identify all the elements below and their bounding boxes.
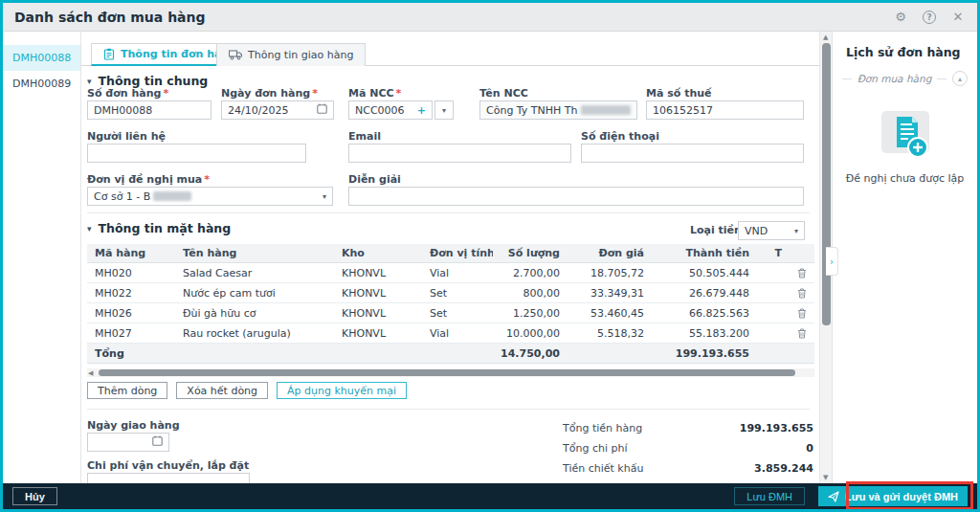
col-header-actions [790,244,814,263]
sidebar-item-dmh00088[interactable]: DMH00088 [3,45,80,71]
save-and-send-button[interactable]: Lưu và gửi duyệt ĐMH [818,486,968,506]
truck-icon [229,50,242,60]
collapse-caret-icon: ▾ [87,224,92,234]
calendar-icon[interactable] [152,435,163,449]
delete-row-icon[interactable] [790,323,814,344]
delete-row-icon[interactable] [790,263,814,283]
currency-select[interactable]: VND▾ [738,221,805,240]
tax-code-input[interactable]: 106152517 [646,100,804,120]
sidebar-item-dmh00089[interactable]: DMH00089 [3,71,80,97]
order-list-sidebar: DMH00088 DMH00089 [3,32,81,483]
table-row[interactable]: MH027 Rau rocket (arugula) KHONVL Vial 1… [87,323,814,344]
item-price: 18.705,72 [568,263,652,283]
redacted-text [153,191,191,201]
supplier-code-input[interactable]: NCC0006+ [348,100,433,120]
chevron-right-icon: › [830,256,834,267]
item-amount: 66.825.563 [652,303,757,323]
cancel-button[interactable]: Hủy [12,487,57,505]
apply-promo-button[interactable]: Áp dụng khuyến mại [277,382,407,399]
supplier-name-input[interactable]: Công Ty TNHH Th [479,100,637,120]
general-section-header[interactable]: ▾ Thông tin chung [87,74,208,88]
item-unit: Set [422,283,493,303]
col-header[interactable]: Mã hàng [87,244,175,263]
collapse-up-icon[interactable]: ▴ [952,71,968,86]
scroll-down-icon[interactable]: ▼ [823,474,828,481]
scroll-up-icon[interactable]: ▲ [823,33,828,41]
summary-label: Tiền chiết khấu [563,462,643,475]
required-asterisk: * [312,87,318,100]
items-section-title: Thông tin mặt hàng [99,221,232,235]
horizontal-scrollbar[interactable]: ◀ [87,368,814,377]
contact-input[interactable] [87,144,306,163]
table-row[interactable]: MH026 Đùi gà hữu cơ KHONVL Set 1.250,00 … [87,303,814,323]
item-warehouse: KHONVL [334,323,422,344]
save-button[interactable]: Lưu ĐMH [734,487,805,505]
footer-bar: Hủy Lưu ĐMH Lưu và gửi duyệt ĐMH [3,483,977,509]
add-row-button[interactable]: Thêm dòng [87,382,167,399]
items-table: Mã hàng Tên hàng Kho Đơn vị tính Số lượn… [87,244,814,364]
currency-label: Loại tiền [690,224,742,236]
item-name: Nước ép cam tươi [175,283,334,303]
close-icon[interactable]: ✕ [950,10,966,25]
vertical-scrollbar-thumb[interactable] [822,43,831,325]
order-date-label: Ngày đơn hàng* [221,87,318,100]
item-amount: 26.679.448 [652,283,757,303]
item-warehouse: KHONVL [334,283,422,303]
help-icon[interactable]: ? [922,10,937,25]
history-divider: Đơn mua hàng ▴ [842,71,968,86]
tax-code-label: Mã số thuế [646,87,712,100]
col-header[interactable]: Đơn vị tính [422,244,493,263]
items-section-header[interactable]: ▾ Thông tin mặt hàng [87,221,231,235]
item-code: MH027 [87,323,175,344]
shipping-cost-input[interactable] [87,473,250,483]
email-label: Email [348,130,381,143]
col-header-truncated[interactable]: T [757,244,790,263]
purchase-unit-select[interactable]: Cơ sở 1 - B▾ [87,187,333,206]
scroll-left-icon[interactable]: ◀ [88,369,93,377]
item-code: MH026 [87,303,175,323]
col-header[interactable]: Số lượng [493,244,568,263]
table-row[interactable]: MH022 Nước ép cam tươi KHONVL Set 800,00… [87,283,814,303]
item-price: 5.518,32 [568,323,652,344]
col-header[interactable]: Kho [334,244,422,263]
summary-label: Tổng tiền hàng [563,422,642,434]
delete-row-icon[interactable] [790,283,814,303]
item-unit: Vial [422,263,493,283]
col-header[interactable]: Đơn giá [568,244,652,263]
document-plus-icon [876,107,935,161]
item-unit: Vial [422,323,493,344]
chevron-down-icon: ▾ [794,227,798,235]
panel-collapse-handle[interactable]: › [826,247,838,276]
col-header[interactable]: Thành tiền [652,244,757,263]
history-divider-label: Đơn mua hàng [858,73,932,84]
item-warehouse: KHONVL [334,263,422,283]
phone-input[interactable] [581,144,804,163]
collapse-caret-icon: ▾ [87,77,92,86]
tab-delivery-info[interactable]: Thông tin giao hàng [216,43,366,66]
supplier-dropdown-button[interactable]: ▾ [434,100,454,120]
settings-gear-icon[interactable]: ⚙ [893,10,908,25]
item-price: 53.460,45 [568,303,652,323]
shipping-cost-label: Chi phí vận chuyển, lắp đặt [87,459,249,472]
clear-rows-button[interactable]: Xóa hết dòng [176,382,268,399]
delivery-date-input[interactable] [87,433,169,452]
col-header[interactable]: Tên hàng [175,244,334,263]
tab-delivery-info-label: Thông tin giao hàng [248,49,353,61]
item-name: Salad Caesar [175,263,334,283]
horizontal-scrollbar-thumb[interactable] [99,369,795,376]
general-section-title: Thông tin chung [99,74,209,88]
item-code: MH020 [87,263,175,283]
table-row[interactable]: MH020 Salad Caesar KHONVL Vial 2.700,00 … [87,263,814,283]
calendar-icon[interactable] [317,103,327,117]
item-qty: 1.250,00 [493,303,568,323]
table-total-row: Tổng 14.750,00 199.193.655 [87,344,814,364]
description-input[interactable] [348,187,804,206]
delete-row-icon[interactable] [790,303,814,323]
titlebar: Danh sách đơn mua hàng ⚙ ? ✕ [3,3,977,32]
add-supplier-icon[interactable]: + [417,104,426,117]
page-title: Danh sách đơn mua hàng [14,10,206,25]
email-input[interactable] [348,144,571,163]
order-date-input[interactable]: 24/10/2025 [221,100,334,120]
supplier-name-label: Tên NCC [479,87,528,100]
order-no-input[interactable]: DMH00088 [87,100,212,120]
